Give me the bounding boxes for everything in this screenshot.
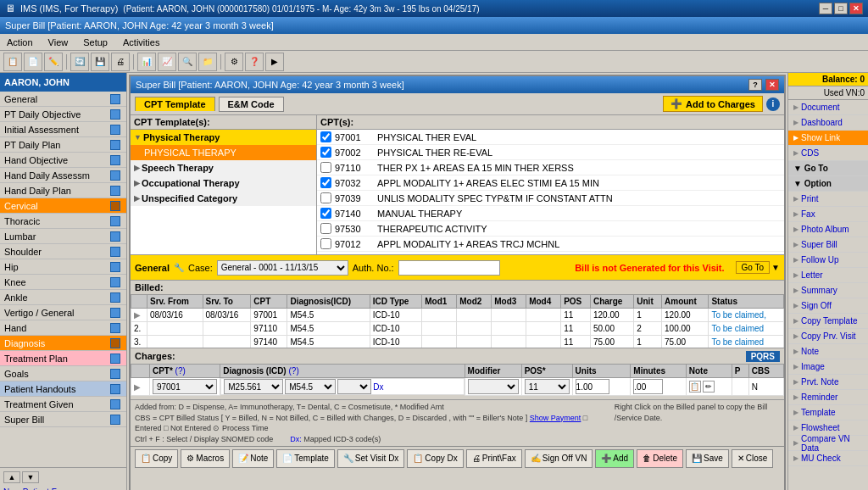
charges-modifier-select[interactable] bbox=[468, 379, 519, 394]
toolbar-btn-2[interactable]: 📄 bbox=[24, 53, 42, 71]
tree-item-occupational-therapy[interactable]: ▶ Occupational Therapy bbox=[131, 175, 316, 191]
right-nav-show-link[interactable]: ▶ Show Link bbox=[788, 131, 868, 146]
tree-item-physical-therapy-child[interactable]: PHYSICAL THERAPY bbox=[131, 145, 316, 160]
right-nav-compare-vn[interactable]: ▶ Compare VN Data bbox=[788, 436, 868, 451]
right-nav-cds[interactable]: ▶ CDS bbox=[788, 146, 868, 161]
new-patient-form-link[interactable]: New Patient Form bbox=[3, 487, 123, 490]
sidebar-item-vertigo[interactable]: Vertigo / General bbox=[0, 305, 126, 320]
toolbar-btn-4[interactable]: 🔄 bbox=[70, 53, 89, 71]
right-nav-dashboard[interactable]: ▶ Dashboard bbox=[788, 115, 868, 131]
sidebar-item-hand[interactable]: Hand bbox=[0, 320, 126, 336]
sidebar-item-pt-daily-objective[interactable]: PT Daily Objective bbox=[0, 107, 126, 122]
charges-units-input[interactable] bbox=[576, 379, 609, 394]
scroll-down-btn[interactable]: ▼ bbox=[22, 471, 39, 483]
sidebar-item-initial-assessment[interactable]: Initial Assessment bbox=[0, 122, 126, 137]
menu-action[interactable]: Action bbox=[3, 36, 36, 48]
charges-cpt-select[interactable]: 97001 bbox=[153, 379, 217, 394]
billed-row-1[interactable]: ▶ 08/03/16 08/03/16 97001 M54.5 ICD-10 1… bbox=[131, 309, 784, 322]
minimize-button[interactable]: ─ bbox=[819, 3, 832, 14]
charges-row-1-pos[interactable]: 11 bbox=[521, 378, 572, 396]
sidebar-item-hand-daily-plan[interactable]: Hand Daily Plan bbox=[0, 183, 126, 198]
sidebar-item-pt-daily-plan[interactable]: PT Daily Plan bbox=[0, 137, 126, 153]
tree-item-physical-therapy[interactable]: ▼ Physical Therapy bbox=[131, 130, 316, 145]
sidebar-item-super-bill[interactable]: Super Bill bbox=[0, 412, 126, 427]
maximize-button[interactable]: □ bbox=[834, 3, 848, 14]
sidebar-item-lumbar[interactable]: Lumbar bbox=[0, 229, 126, 244]
right-nav-image[interactable]: ▶ Image bbox=[788, 359, 868, 375]
sidebar-item-goals[interactable]: Goals bbox=[0, 366, 126, 381]
sidebar-item-hand-daily-assessm[interactable]: Hand Daily Assessm bbox=[0, 168, 126, 183]
right-nav-prvt-note[interactable]: ▶ Prvt. Note bbox=[788, 375, 868, 390]
sidebar-item-hip[interactable]: Hip bbox=[0, 259, 126, 275]
sidebar-item-thoracic[interactable]: Thoracic bbox=[0, 214, 126, 229]
template-button[interactable]: 📄 Template bbox=[276, 449, 335, 468]
charges-row-1-minutes[interactable] bbox=[631, 378, 686, 396]
charges-diag2-select[interactable]: M54.5 bbox=[285, 379, 336, 394]
sidebar-item-treatment-given[interactable]: Treatment Given bbox=[0, 397, 126, 412]
cpt-check-97032[interactable] bbox=[320, 177, 331, 188]
right-nav-photo-album[interactable]: ▶ Photo Album bbox=[788, 222, 868, 237]
cpt-check-97110[interactable] bbox=[320, 162, 331, 173]
toolbar-btn-13[interactable]: ▶ bbox=[265, 53, 284, 71]
charges-minutes-input[interactable] bbox=[633, 379, 663, 394]
charges-row-1-modifier[interactable] bbox=[465, 378, 521, 396]
sign-off-vn-button[interactable]: ✍ Sign Off VN bbox=[525, 449, 593, 468]
cpt-check-97039[interactable] bbox=[320, 192, 331, 203]
right-nav-copy-prv-visit[interactable]: ▶ Copy Prv. Visit bbox=[788, 329, 868, 344]
toolbar-btn-11[interactable]: ⚙ bbox=[225, 53, 243, 71]
cpt-check-97530[interactable] bbox=[320, 223, 331, 234]
sidebar-item-patient-handouts[interactable]: Patient Handouts bbox=[0, 381, 126, 397]
sidebar-item-shoulder[interactable]: Shoulder bbox=[0, 244, 126, 259]
cpt-check-97012[interactable] bbox=[320, 238, 331, 249]
sidebar-item-knee[interactable]: Knee bbox=[0, 275, 126, 290]
toolbar-btn-10[interactable]: 📁 bbox=[198, 53, 217, 71]
sidebar-item-general[interactable]: General bbox=[0, 92, 126, 107]
menu-activities[interactable]: Activities bbox=[120, 36, 163, 48]
case-select[interactable]: General - 0001 - 11/13/15 bbox=[217, 260, 348, 276]
right-nav-super-bill[interactable]: ▶ Super Bill bbox=[788, 237, 868, 253]
sidebar-item-diagnosis[interactable]: Diagnosis bbox=[0, 336, 126, 351]
right-nav-letter[interactable]: ▶ Letter bbox=[788, 268, 868, 283]
toolbar-btn-8[interactable]: 📈 bbox=[158, 53, 176, 71]
tree-item-unspecified[interactable]: ▶ Unspecified Category bbox=[131, 191, 316, 206]
em-code-tab[interactable]: E&M Code bbox=[219, 97, 284, 112]
macros-button[interactable]: ⚙ Macros bbox=[181, 449, 230, 468]
goto-button[interactable]: Go To bbox=[736, 261, 771, 274]
menu-view[interactable]: View bbox=[45, 36, 72, 48]
sidebar-item-treatment-plan[interactable]: Treatment Plan bbox=[0, 351, 126, 366]
tree-item-speech-therapy[interactable]: ▶ Speech Therapy bbox=[131, 160, 316, 175]
set-visit-dx-button[interactable]: 🔧 Set Visit Dx bbox=[337, 449, 405, 468]
toolbar-btn-6[interactable]: 🖨 bbox=[111, 53, 130, 71]
charges-row-1-note[interactable]: 📋 ✏ bbox=[686, 378, 732, 396]
charges-diag1-select[interactable]: M25.561 bbox=[224, 379, 283, 394]
billed-row-3[interactable]: 3. 97140 M54.5 ICD-10 11 75.00 bbox=[131, 336, 784, 349]
right-nav-template[interactable]: ▶ Template bbox=[788, 405, 868, 420]
charges-row-1-units[interactable] bbox=[572, 378, 631, 396]
right-nav-follow-up[interactable]: ▶ Follow Up bbox=[788, 253, 868, 268]
print-fax-button[interactable]: 🖨 Print\Fax bbox=[466, 449, 522, 468]
close-button[interactable]: ✕ Close bbox=[732, 449, 774, 468]
save-button[interactable]: 💾 Save bbox=[686, 449, 729, 468]
menu-setup[interactable]: Setup bbox=[80, 36, 111, 48]
add-button[interactable]: ➕ Add bbox=[595, 449, 634, 468]
close-outer-button[interactable]: ✕ bbox=[849, 3, 863, 14]
cpt-check-97001[interactable] bbox=[320, 131, 331, 142]
edit-icon[interactable]: ✏ bbox=[703, 381, 715, 393]
right-nav-reminder[interactable]: ▶ Reminder bbox=[788, 390, 868, 405]
copy-dx-button[interactable]: 📋 Copy Dx bbox=[407, 449, 463, 468]
right-nav-sign-off[interactable]: ▶ Sign Off bbox=[788, 298, 868, 314]
sidebar-item-hand-objective[interactable]: Hand Objective bbox=[0, 153, 126, 168]
add-to-charges-button[interactable]: ➕ Add to Charges bbox=[663, 96, 763, 112]
cpt-check-97140[interactable] bbox=[320, 208, 331, 219]
note-button[interactable]: 📝 Note bbox=[232, 449, 274, 468]
charges-row-1-diagnosis[interactable]: M25.561 M54.5 Dx bbox=[220, 378, 464, 395]
right-nav-document[interactable]: ▶ Document bbox=[788, 100, 868, 115]
auth-no-input[interactable] bbox=[398, 260, 500, 276]
charges-row-1-cpt[interactable]: 97001 bbox=[149, 378, 220, 396]
right-nav-print[interactable]: ▶ Print bbox=[788, 192, 868, 207]
sb-help-button[interactable]: ? bbox=[748, 79, 762, 91]
note-icon[interactable]: 📋 bbox=[689, 381, 701, 393]
toolbar-btn-3[interactable]: ✏️ bbox=[44, 53, 63, 71]
sb-close-button[interactable]: ✕ bbox=[765, 79, 779, 91]
cpt-template-tab[interactable]: CPT Template bbox=[135, 97, 215, 111]
